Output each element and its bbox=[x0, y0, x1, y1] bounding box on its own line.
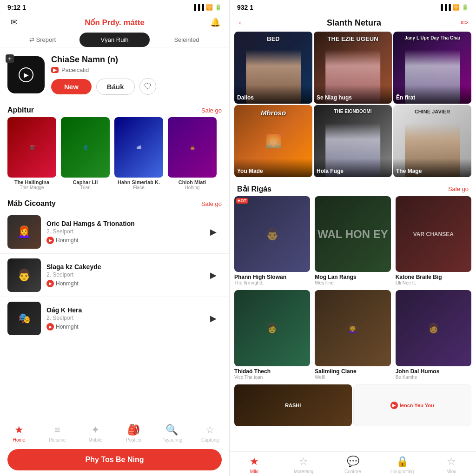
platform-name-1: Honmght bbox=[56, 280, 79, 287]
grid-text-1: THE EZIE UGEUN bbox=[314, 35, 392, 42]
right-panel: 932 1 ▐▐▐ 🛜 🔋 ← Slanth Netura ✏ BED Dall… bbox=[230, 0, 476, 476]
right-status-bar: 932 1 ▐▐▐ 🛜 🔋 bbox=[230, 0, 476, 13]
tab-sreport[interactable]: ⇄ Sreport bbox=[7, 33, 78, 47]
miou-icon: ☆ bbox=[447, 456, 456, 468]
mab-list: 👩‍🦰 Oric Dal Hamgs & Trionation 2. Seelp… bbox=[0, 211, 229, 420]
grid-text-3: Mhroso bbox=[234, 109, 312, 117]
nav-home[interactable]: ★ Home bbox=[0, 424, 38, 443]
song-item-0[interactable]: HOT 👨 Phann High Slowan The ffrrnnghtl. bbox=[234, 196, 310, 285]
song-item-5[interactable]: 👩 John Dal Humos Be Kamhe bbox=[396, 290, 471, 379]
mab-link[interactable]: Sale go bbox=[201, 200, 222, 207]
list-thumb-0: 👩‍🦰 bbox=[7, 215, 41, 249]
grid-item-2[interactable]: Jany L Upe Day Tha Chai Ên flrat bbox=[393, 32, 471, 104]
play-button-0[interactable]: ▶ bbox=[205, 224, 222, 240]
nav-riesone[interactable]: ≡ Riesone bbox=[38, 424, 76, 443]
list-info-1: Slaga kz Cakeyde 2. Seelport ▶ Honmght bbox=[46, 263, 199, 287]
right-nav-miou[interactable]: ☆ Miou bbox=[427, 456, 476, 474]
tab-vyan[interactable]: Vỳan Ruih bbox=[79, 33, 150, 47]
song-item-4[interactable]: 👩‍🦱 Salimiing Clane Wellí bbox=[315, 290, 390, 379]
grid-text-2: Jany L Upe Day Tha Chai bbox=[393, 35, 471, 40]
thumb-img-3: 👨 bbox=[168, 117, 217, 178]
mab-title: Máb Cicoanty bbox=[7, 199, 56, 208]
thumb-item-3[interactable]: 👨 Chioh Mlati Hohing bbox=[168, 117, 217, 190]
thumb-sub-3: Hohing bbox=[168, 185, 217, 190]
bottom-thumb-left-label: RASHI bbox=[285, 403, 301, 408]
platform-icon-1: ▶ bbox=[46, 280, 54, 287]
shield-button[interactable]: 🛡 bbox=[139, 78, 156, 95]
postico-icon: 🎒 bbox=[127, 424, 140, 436]
right-bottom-nav: ★ Milo ☆ Moretang 💬 Contore 🔒 Hougncting… bbox=[230, 451, 476, 476]
play-button-1[interactable]: ▶ bbox=[205, 267, 222, 284]
song-item-2[interactable]: VAR CHANSEA Katone Braile Big Oli Nee It… bbox=[396, 196, 471, 285]
song-thumb-2: VAR CHANSEA bbox=[396, 196, 471, 272]
list-item-1[interactable]: 👨 Slaga kz Cakeyde 2. Seelport ▶ Honmght… bbox=[0, 254, 229, 297]
bai-rigas-link[interactable]: Sale go bbox=[448, 185, 469, 192]
right-nav-hougncting[interactable]: 🔒 Hougncting bbox=[377, 456, 427, 474]
grid-label-4: Hola Fuge bbox=[314, 159, 392, 177]
list-item-2[interactable]: 🎭 Oág K Hera 2. Seelport ▶ Honmght ▶ bbox=[0, 297, 229, 340]
mobile-label: Mobile bbox=[89, 437, 102, 443]
grid-label-2: Ên flrat bbox=[393, 85, 471, 104]
profile-sub-text: Paceicalid bbox=[61, 66, 89, 73]
song-sub-0: The ffrrnnghtl. bbox=[234, 280, 310, 285]
song-item-1[interactable]: WAL HON EY Mog Lan Rangs Wes lline bbox=[315, 196, 390, 285]
thumb-item-0[interactable]: 🎬 The Hailingina This Magge bbox=[7, 117, 56, 190]
cta-button[interactable]: Phy Tos Be Ning bbox=[7, 449, 222, 470]
left-status-icons: ▐▐▐ 🛜 🔋 bbox=[192, 4, 222, 11]
profile-buttons: New Báuk 🛡 bbox=[51, 78, 222, 95]
apbitur-link[interactable]: Sale go bbox=[201, 107, 222, 114]
nav-captong[interactable]: ☆ Captong bbox=[191, 424, 229, 443]
song-thumb-4: 👩‍🦱 bbox=[315, 290, 390, 366]
song-title-5: John Dal Humos bbox=[396, 368, 471, 375]
list-thumb-2: 🎭 bbox=[7, 302, 41, 335]
thumb-img-2: 🏙 bbox=[114, 117, 163, 178]
tab-bar: ⇄ Sreport Vỳan Ruih Seleinted bbox=[0, 33, 229, 47]
bottom-thumb-right-label: lencn Yeu You bbox=[400, 403, 434, 408]
right-thumb-badge: ▶ bbox=[390, 402, 398, 409]
grid-item-0[interactable]: BED Dallos bbox=[234, 32, 312, 104]
thumb-item-1[interactable]: 👤 Caphar LII Trian bbox=[61, 117, 110, 190]
left-bottom-nav: ★ Home ≡ Riesone ✦ Mobile 🎒 Postico 🔍 Pa… bbox=[0, 420, 229, 444]
apbitur-list: 🎬 The Hailingina This Magge 👤 Caphar LII… bbox=[0, 117, 229, 196]
nav-postico[interactable]: 🎒 Postico bbox=[115, 424, 153, 443]
thumb-label-2: Hahn Simerlab K. bbox=[114, 179, 163, 185]
avatar: + ▶ bbox=[7, 56, 45, 93]
bai-rigas-header: Bải Rigás Sale go bbox=[230, 181, 476, 196]
grid-label-1: Se Niag hugs bbox=[314, 85, 392, 104]
hougncting-label: Hougncting bbox=[390, 469, 414, 474]
right-nav-contore[interactable]: 💬 Contore bbox=[328, 456, 377, 474]
edit-icon[interactable]: ✏ bbox=[461, 17, 469, 28]
back-button[interactable]: ← bbox=[237, 17, 247, 29]
bottom-thumb-left[interactable]: RASHI bbox=[234, 384, 352, 426]
bottom-thumb-right[interactable]: ▶ lencn Yeu You bbox=[353, 384, 472, 426]
new-button[interactable]: New bbox=[51, 79, 92, 94]
song-item-3[interactable]: 👩 Thidaó Thech Vico The toan bbox=[234, 290, 310, 379]
grid-text-4: THE EIONBOOMI bbox=[314, 109, 392, 114]
play-button-2[interactable]: ▶ bbox=[205, 310, 222, 327]
grid-item-1[interactable]: THE EZIE UGEUN Se Niag hugs bbox=[314, 32, 392, 104]
nav-payouring[interactable]: 🔍 Payouring bbox=[153, 424, 191, 443]
notification-icon[interactable]: 🔔 bbox=[209, 16, 222, 29]
right-time: 932 1 bbox=[237, 4, 253, 11]
grid-item-3[interactable]: 🌅 Mhroso You Made bbox=[234, 105, 312, 177]
right-nav-moretang[interactable]: ☆ Moretang bbox=[279, 456, 328, 474]
grid-item-4[interactable]: THE EIONBOOMI Hola Fuge bbox=[314, 105, 392, 177]
song-title-2: Katone Braile Big bbox=[396, 274, 471, 280]
mail-icon[interactable]: ✉ bbox=[7, 16, 20, 29]
thumb-item-2[interactable]: 🏙 Hahn Simerlab K. Fiace bbox=[114, 117, 163, 190]
thumb-sub-2: Fiace bbox=[114, 185, 163, 190]
list-item-0[interactable]: 👩‍🦰 Oric Dal Hamgs & Trionation 2. Seelp… bbox=[0, 211, 229, 254]
bottom-thumb-row: RASHI ▶ lencn Yeu You bbox=[230, 384, 476, 430]
list-info-0: Oric Dal Hamgs & Trionation 2. Seelport … bbox=[46, 220, 199, 244]
profile-sub: ▶ Paceicalid bbox=[51, 66, 222, 73]
avatar-play-icon: ▶ bbox=[19, 67, 33, 82]
nav-mobile[interactable]: ✦ Mobile bbox=[76, 424, 114, 443]
bauk-button[interactable]: Báuk bbox=[96, 79, 135, 95]
songs-grid: HOT 👨 Phann High Slowan The ffrrnnghtl. … bbox=[230, 196, 476, 384]
moretang-icon: ☆ bbox=[299, 456, 308, 468]
grid-item-5[interactable]: CHINE JAVIER The Mage bbox=[393, 105, 471, 177]
tab-seleinted[interactable]: Seleinted bbox=[152, 33, 222, 47]
right-nav-milo[interactable]: ★ Milo bbox=[230, 456, 279, 474]
moretang-label: Moretang bbox=[294, 469, 313, 474]
profile-section: + ▶ ChiaSe Namn (n) ▶ Paceicalid New Báu… bbox=[0, 47, 229, 102]
